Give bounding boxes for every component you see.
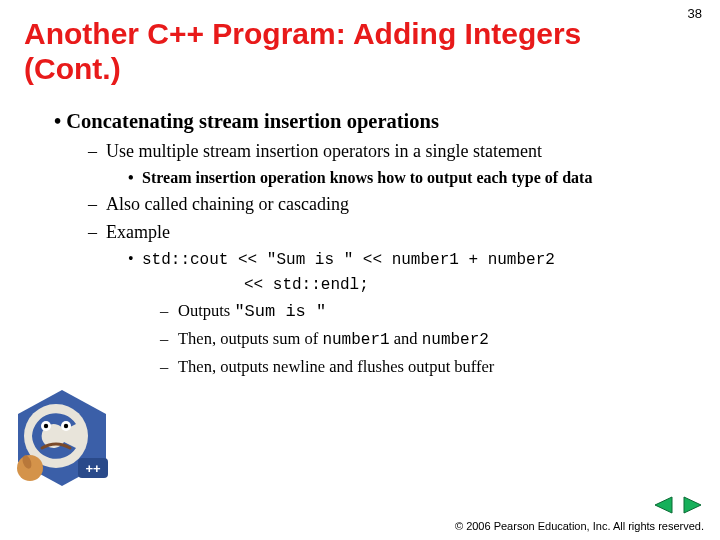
bullet-sub: Then, outputs sum of number1 and number2 (160, 328, 690, 352)
bullet-level2: Use multiple stream insertion operators … (88, 140, 690, 164)
copyright-text: © 2006 Pearson Education, Inc. All right… (455, 520, 704, 532)
code-text: number2 (422, 331, 489, 349)
bullet-level3: Stream insertion operation knows how to … (128, 168, 690, 189)
svg-marker-11 (684, 497, 701, 513)
code-example: std::cout << "Sum is " << number1 + numb… (128, 248, 690, 296)
prev-button[interactable] (652, 496, 674, 514)
code-text: << std::endl; (244, 274, 690, 296)
bullet-sub: Then, outputs newline and flushes output… (160, 356, 690, 378)
svg-text:++: ++ (85, 461, 101, 476)
code-text: std::cout << "Sum is " << number1 + numb… (142, 251, 555, 269)
svg-marker-10 (655, 497, 672, 513)
page-number: 38 (688, 6, 702, 21)
text: Outputs (178, 301, 234, 320)
next-button[interactable] (682, 496, 704, 514)
nav-controls (652, 496, 704, 514)
slide: 38 Another C++ Program: Adding Integers … (0, 0, 720, 540)
text: and (390, 329, 422, 348)
code-text: "Sum is " (234, 302, 326, 321)
slide-title: Another C++ Program: Adding Integers (Co… (24, 16, 670, 87)
slide-body: Concatenating stream insertion operation… (54, 108, 690, 382)
text: Then, outputs sum of (178, 329, 322, 348)
bullet-level1: Concatenating stream insertion operation… (54, 108, 690, 134)
bullet-level2: Example (88, 221, 690, 245)
svg-point-3 (44, 424, 48, 428)
bullet-sub: Outputs "Sum is " (160, 300, 690, 324)
cpp-mascot-image: ++ (8, 384, 116, 492)
svg-point-5 (64, 424, 68, 428)
code-text: number1 (322, 331, 389, 349)
bullet-level2: Also called chaining or cascading (88, 193, 690, 217)
